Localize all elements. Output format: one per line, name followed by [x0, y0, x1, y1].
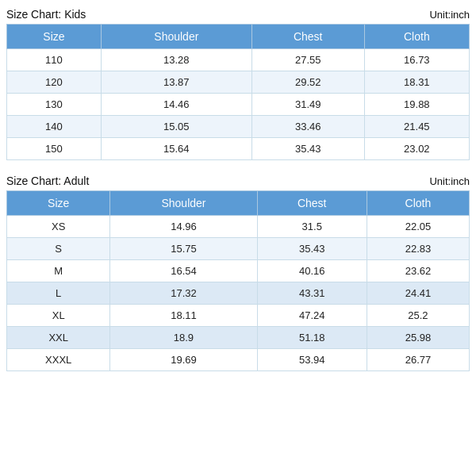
table-row: XS14.9631.522.05 — [7, 216, 470, 238]
kids-cell-size: 150 — [7, 138, 102, 160]
adult-cell-chest: 43.31 — [257, 282, 367, 305]
table-row: XXL18.951.1825.98 — [7, 327, 470, 349]
adult-cell-cloth: 25.98 — [367, 327, 469, 349]
adult-cell-cloth: 26.77 — [367, 349, 469, 371]
table-row: 12013.8729.5218.31 — [7, 71, 470, 94]
adult-cell-size: XL — [7, 305, 110, 327]
kids-cell-size: 130 — [7, 94, 102, 116]
kids-col-size: Size — [7, 25, 102, 49]
adult-cell-cloth: 23.62 — [367, 260, 469, 282]
kids-cell-shoulder: 13.28 — [101, 49, 251, 71]
adult-section: Size Chart: Adult Unit:inch Size Shoulde… — [6, 175, 470, 371]
adult-cell-size: XXXL — [7, 349, 110, 371]
kids-cell-chest: 31.49 — [251, 94, 364, 116]
table-row: 14015.0533.4621.45 — [7, 116, 470, 138]
kids-cell-chest: 27.55 — [251, 49, 364, 71]
kids-cell-shoulder: 13.87 — [101, 71, 251, 94]
table-row: L17.3243.3124.41 — [7, 282, 470, 305]
adult-cell-size: L — [7, 282, 110, 305]
adult-table: Size Shoulder Chest Cloth XS14.9631.522.… — [6, 190, 470, 371]
adult-cell-size: M — [7, 260, 110, 282]
kids-section: Size Chart: Kids Unit:inch Size Shoulder… — [6, 8, 470, 160]
kids-col-shoulder: Shoulder — [101, 25, 251, 49]
adult-cell-shoulder: 17.32 — [110, 282, 257, 305]
table-row: M16.5440.1623.62 — [7, 260, 470, 282]
kids-cell-shoulder: 14.46 — [101, 94, 251, 116]
adult-cell-chest: 51.18 — [257, 327, 367, 349]
adult-col-size: Size — [7, 191, 110, 216]
table-row: 13014.4631.4919.88 — [7, 94, 470, 116]
adult-cell-cloth: 24.41 — [367, 282, 469, 305]
kids-cell-size: 120 — [7, 71, 102, 94]
kids-cell-size: 110 — [7, 49, 102, 71]
kids-cell-cloth: 16.73 — [364, 49, 469, 71]
kids-col-cloth: Cloth — [364, 25, 469, 49]
adult-cell-chest: 53.94 — [257, 349, 367, 371]
table-row: XL18.1147.2425.2 — [7, 305, 470, 327]
adult-cell-shoulder: 18.9 — [110, 327, 257, 349]
kids-cell-chest: 35.43 — [251, 138, 364, 160]
adult-cell-cloth: 25.2 — [367, 305, 469, 327]
kids-cell-shoulder: 15.64 — [101, 138, 251, 160]
kids-col-chest: Chest — [251, 25, 364, 49]
adult-cell-size: XS — [7, 216, 110, 238]
table-row: S15.7535.4322.83 — [7, 238, 470, 260]
adult-col-shoulder: Shoulder — [110, 191, 257, 216]
adult-cell-shoulder: 15.75 — [110, 238, 257, 260]
table-row: 11013.2827.5516.73 — [7, 49, 470, 71]
adult-cell-size: XXL — [7, 327, 110, 349]
adult-cell-chest: 31.5 — [257, 216, 367, 238]
adult-cell-shoulder: 16.54 — [110, 260, 257, 282]
kids-cell-cloth: 18.31 — [364, 71, 469, 94]
adult-cell-shoulder: 14.96 — [110, 216, 257, 238]
adult-cell-cloth: 22.05 — [367, 216, 469, 238]
adult-cell-chest: 35.43 — [257, 238, 367, 260]
adult-header-row: Size Shoulder Chest Cloth — [7, 191, 470, 216]
table-row: XXXL19.6953.9426.77 — [7, 349, 470, 371]
adult-cell-chest: 47.24 — [257, 305, 367, 327]
kids-cell-chest: 33.46 — [251, 116, 364, 138]
adult-unit: Unit:inch — [429, 175, 470, 187]
kids-title: Size Chart: Kids — [6, 8, 86, 21]
adult-cell-size: S — [7, 238, 110, 260]
adult-title: Size Chart: Adult — [6, 175, 89, 187]
kids-header: Size Chart: Kids Unit:inch — [6, 8, 470, 21]
adult-cell-chest: 40.16 — [257, 260, 367, 282]
kids-unit: Unit:inch — [429, 9, 470, 21]
adult-header: Size Chart: Adult Unit:inch — [6, 175, 470, 187]
adult-col-chest: Chest — [257, 191, 367, 216]
kids-cell-cloth: 19.88 — [364, 94, 469, 116]
adult-cell-cloth: 22.83 — [367, 238, 469, 260]
kids-table: Size Shoulder Chest Cloth 11013.2827.551… — [6, 24, 470, 160]
adult-cell-shoulder: 19.69 — [110, 349, 257, 371]
kids-cell-cloth: 21.45 — [364, 116, 469, 138]
table-row: 15015.6435.4323.02 — [7, 138, 470, 160]
kids-cell-shoulder: 15.05 — [101, 116, 251, 138]
kids-cell-size: 140 — [7, 116, 102, 138]
adult-cell-shoulder: 18.11 — [110, 305, 257, 327]
kids-cell-cloth: 23.02 — [364, 138, 469, 160]
adult-col-cloth: Cloth — [367, 191, 469, 216]
kids-cell-chest: 29.52 — [251, 71, 364, 94]
kids-header-row: Size Shoulder Chest Cloth — [7, 25, 470, 49]
